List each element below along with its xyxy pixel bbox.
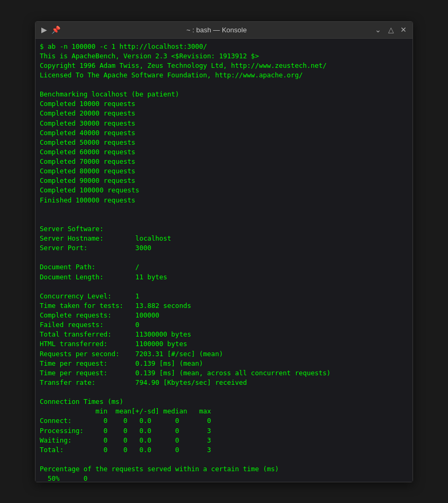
maximize-button[interactable]: △ (386, 25, 396, 34)
terminal-output[interactable]: $ ab -n 100000 -c 1 http://localhost:300… (35, 39, 413, 482)
window-title: ~ : bash — Konsole (60, 26, 373, 34)
konsole-window: ▶ 📌 ~ : bash — Konsole ⌄ △ ✕ $ ab -n 100… (35, 21, 413, 482)
titlebar-left: ▶ 📌 (40, 25, 60, 34)
minimize-button[interactable]: ⌄ (373, 25, 383, 34)
pin-icon[interactable]: 📌 (51, 25, 60, 34)
titlebar-right: ⌄ △ ✕ (373, 25, 408, 34)
titlebar: ▶ 📌 ~ : bash — Konsole ⌄ △ ✕ (35, 22, 413, 39)
terminal-icon[interactable]: ▶ (40, 25, 48, 34)
close-button[interactable]: ✕ (399, 25, 408, 34)
terminal-text: $ ab -n 100000 -c 1 http://localhost:300… (40, 42, 408, 482)
